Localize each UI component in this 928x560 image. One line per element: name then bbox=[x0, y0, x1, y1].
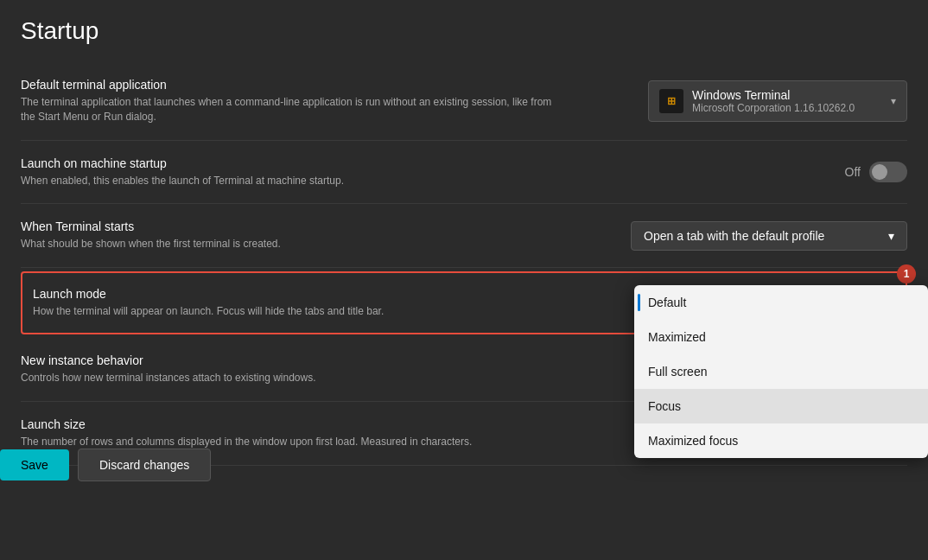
dropdown-item-label: Full screen bbox=[648, 365, 707, 379]
dropdown-item-default[interactable]: Default bbox=[634, 285, 928, 320]
setting-title-launch-startup: Launch on machine startup bbox=[21, 156, 556, 170]
save-button[interactable]: Save bbox=[0, 449, 69, 480]
dropdown-item-maximized[interactable]: Maximized bbox=[634, 320, 928, 354]
setting-info-new-instance: New instance behavior Controls how new t… bbox=[21, 353, 556, 385]
when-starts-value: Open a tab with the default profile bbox=[644, 229, 824, 243]
settings-page: Startup Default terminal application The… bbox=[0, 0, 928, 560]
setting-title-launch-size: Launch size bbox=[21, 417, 556, 431]
setting-row-launch-startup: Launch on machine startup When enabled, … bbox=[21, 141, 907, 205]
setting-desc-launch-startup: When enabled, this enables the launch of… bbox=[21, 174, 556, 188]
discard-button[interactable]: Discard changes bbox=[78, 449, 211, 481]
setting-desc-default-terminal: The terminal application that launches w… bbox=[21, 95, 556, 124]
setting-desc-launch-size: The number of rows and columns displayed… bbox=[21, 435, 556, 449]
dropdown-item-label: Maximized bbox=[648, 330, 706, 344]
when-starts-control: Open a tab with the default profile ▾ bbox=[631, 221, 907, 251]
launch-mode-dropdown: Default Maximized Full screen Focus Maxi… bbox=[634, 285, 928, 458]
setting-title-default-terminal: Default terminal application bbox=[21, 78, 556, 92]
dropdown-item-maximized-focus[interactable]: Maximized focus bbox=[634, 423, 928, 458]
setting-row-default-terminal: Default terminal application The termina… bbox=[21, 62, 907, 141]
setting-info-when-starts: When Terminal starts What should be show… bbox=[21, 220, 556, 251]
dropdown-item-label: Default bbox=[648, 296, 686, 309]
dropdown-item-focus[interactable]: Focus bbox=[634, 389, 928, 423]
toggle-switch[interactable] bbox=[869, 162, 907, 182]
badge-1: 1 bbox=[897, 264, 916, 283]
page-title: Startup bbox=[21, 17, 907, 45]
dropdown-item-label: Focus bbox=[648, 399, 681, 413]
setting-info-default-terminal: Default terminal application The termina… bbox=[21, 78, 556, 124]
setting-title-new-instance: New instance behavior bbox=[21, 353, 556, 367]
terminal-icon: ⊞ bbox=[659, 89, 683, 113]
setting-info-launch-mode: Launch mode How the terminal will appear… bbox=[33, 287, 569, 319]
setting-row-when-starts: When Terminal starts What should be show… bbox=[21, 204, 907, 268]
setting-info-launch-size: Launch size The number of rows and colum… bbox=[21, 417, 556, 449]
when-starts-select[interactable]: Open a tab with the default profile ▾ bbox=[631, 221, 907, 251]
setting-info-launch-startup: Launch on machine startup When enabled, … bbox=[21, 156, 556, 188]
terminal-name: Windows Terminal bbox=[692, 88, 882, 102]
active-indicator bbox=[638, 294, 640, 311]
terminal-info: Windows Terminal Microsoft Corporation 1… bbox=[692, 88, 882, 114]
terminal-dropdown-button[interactable]: ⊞ Windows Terminal Microsoft Corporation… bbox=[648, 80, 907, 122]
terminal-corp: Microsoft Corporation 1.16.10262.0 bbox=[692, 102, 882, 114]
toggle-label: Off bbox=[845, 165, 861, 179]
dropdown-item-fullscreen[interactable]: Full screen bbox=[634, 354, 928, 389]
toggle-control: Off bbox=[845, 162, 907, 182]
chevron-down-icon: ▾ bbox=[891, 95, 896, 107]
terminal-dropdown-control: ⊞ Windows Terminal Microsoft Corporation… bbox=[648, 80, 907, 122]
dropdown-item-label: Maximized focus bbox=[648, 434, 738, 448]
chevron-down-icon: ▾ bbox=[888, 229, 894, 243]
setting-desc-when-starts: What should be shown when the first term… bbox=[21, 237, 556, 251]
setting-title-launch-mode: Launch mode bbox=[33, 287, 569, 301]
setting-desc-launch-mode: How the terminal will appear on launch. … bbox=[33, 304, 569, 319]
setting-title-when-starts: When Terminal starts bbox=[21, 220, 556, 233]
setting-desc-new-instance: Controls how new terminal instances atta… bbox=[21, 371, 556, 385]
toggle-thumb bbox=[872, 164, 887, 180]
